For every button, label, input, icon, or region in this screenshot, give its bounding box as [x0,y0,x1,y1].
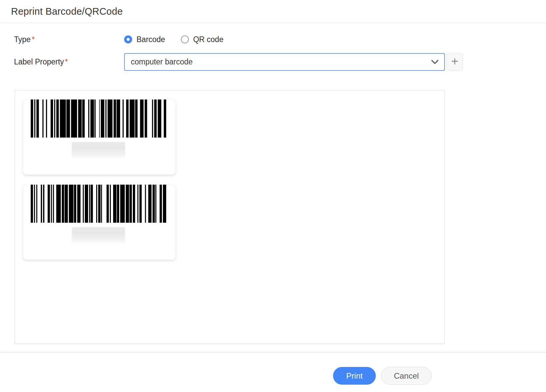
barcode-card[interactable] [23,185,176,260]
footer-divider [0,352,546,353]
label-property-selected-value: computer barcode [131,57,193,66]
radio-option-qrcode[interactable]: QR code [181,35,224,44]
label-property-field-label: Label Property* [14,57,124,66]
dialog-header: Reprint Barcode/QRCode [0,0,546,23]
page-title: Reprint Barcode/QRCode [11,6,123,17]
required-asterisk: * [65,57,68,66]
barcode-image [31,100,166,138]
barcode-card[interactable] [23,100,176,175]
radio-button-qrcode[interactable] [181,35,189,43]
radio-label-barcode[interactable]: Barcode [136,35,165,44]
type-label-text: Type [14,35,31,44]
required-asterisk: * [32,35,35,44]
radio-button-barcode[interactable] [124,35,132,43]
label-property-row: Label Property* computer barcode + [14,53,546,71]
type-radio-group: Barcode QR code [124,35,223,44]
plus-icon: + [451,55,459,67]
chevron-down-icon[interactable] [431,59,439,64]
add-label-property-button[interactable]: + [447,53,463,71]
type-row: Type* Barcode QR code [14,34,546,45]
radio-option-barcode[interactable]: Barcode [124,35,165,44]
print-button[interactable]: Print [333,367,376,385]
barcode-value-redacted [72,227,125,243]
barcode-preview-panel [15,90,445,344]
label-property-select[interactable]: computer barcode [124,53,445,71]
reprint-form: Type* Barcode QR code Label Property* co… [0,34,546,71]
barcode-image [31,185,166,223]
footer-actions: Print Cancel [0,367,546,385]
cancel-button[interactable]: Cancel [381,367,432,385]
barcode-value-redacted [72,142,125,158]
type-field-label: Type* [14,35,124,44]
label-property-label-text: Label Property [14,57,64,66]
radio-label-qrcode[interactable]: QR code [193,35,224,44]
